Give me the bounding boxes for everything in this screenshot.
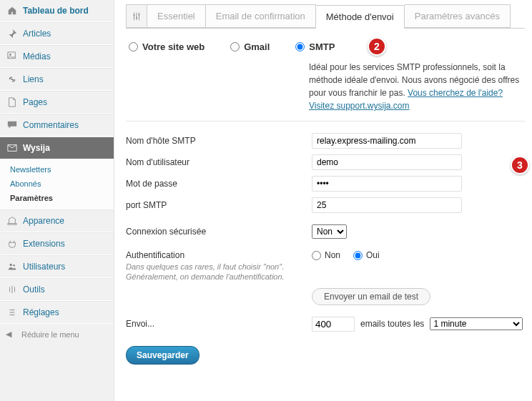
method-smtp-radio[interactable] bbox=[295, 42, 305, 51]
comment-icon bbox=[6, 119, 19, 131]
port-label: port SMTP bbox=[126, 200, 312, 210]
user-input[interactable] bbox=[312, 154, 462, 170]
menu-extensions[interactable]: Extensions bbox=[0, 232, 114, 255]
send-label: Envoi... bbox=[126, 319, 312, 329]
svg-point-2 bbox=[13, 264, 15, 267]
tab-email-confirmation[interactable]: Email de confirmation bbox=[206, 4, 316, 28]
separator bbox=[126, 121, 525, 122]
svg-rect-6 bbox=[134, 14, 135, 16]
menu-outils[interactable]: Outils bbox=[0, 278, 114, 301]
auth-yes-option[interactable]: Oui bbox=[353, 250, 380, 260]
menu-articles[interactable]: Articles bbox=[0, 22, 114, 45]
submenu-wysija: Newsletters Abonnés Paramètres bbox=[0, 159, 114, 209]
tab-essentiel[interactable]: Essentiel bbox=[147, 4, 206, 28]
home-icon bbox=[6, 5, 19, 16]
admin-sidebar: Tableau de bord Articles Médias Liens Pa… bbox=[0, 0, 114, 401]
tab-sliders-icon[interactable] bbox=[126, 4, 147, 28]
svg-point-5 bbox=[12, 315, 14, 316]
send-mid-text: emails toutes les bbox=[360, 319, 424, 329]
svg-rect-8 bbox=[139, 14, 140, 15]
svg-point-3 bbox=[12, 310, 14, 311]
tab-methode-envoi[interactable]: Méthode d'envoi bbox=[316, 5, 405, 29]
send-interval-select[interactable]: 1 minute bbox=[430, 317, 523, 330]
pass-label: Mot de passe bbox=[126, 179, 312, 189]
menu-apparence[interactable]: Apparence bbox=[0, 209, 114, 232]
plugin-icon bbox=[6, 238, 19, 249]
settings-icon bbox=[6, 307, 19, 318]
tools-icon bbox=[6, 284, 19, 295]
collapse-icon: ◀ bbox=[6, 330, 19, 339]
method-choice-row: Votre site web Gmail SMTP bbox=[126, 29, 525, 61]
secure-select[interactable]: Non bbox=[312, 224, 347, 239]
secure-label: Connexion sécurisée bbox=[126, 227, 312, 237]
menu-pages[interactable]: Pages bbox=[0, 91, 114, 114]
menu-medias[interactable]: Médias bbox=[0, 45, 114, 68]
badge-2: 2 bbox=[368, 37, 386, 56]
badge-3: 3 bbox=[511, 156, 529, 174]
auth-no-option[interactable]: Non bbox=[312, 250, 340, 260]
auth-label: AuthentificationDans quelques cas rares,… bbox=[126, 250, 312, 282]
collapse-menu[interactable]: ◀Réduire le menu bbox=[0, 324, 114, 345]
tab-parametres-avances[interactable]: Paramètres avancés bbox=[405, 4, 511, 28]
pin-icon bbox=[6, 28, 19, 39]
menu-commentaires[interactable]: Commentaires bbox=[0, 114, 114, 137]
submenu-parametres[interactable]: Paramètres bbox=[0, 191, 114, 205]
method-description: Idéal pour les services SMTP professionn… bbox=[309, 61, 525, 112]
auth-hint: Dans quelques cas rares, il faut choisir… bbox=[126, 262, 312, 282]
test-email-button[interactable]: Envoyer un email de test bbox=[312, 288, 430, 305]
page-icon bbox=[6, 96, 19, 108]
method-smtp[interactable]: SMTP bbox=[295, 41, 335, 52]
auth-yes-radio[interactable] bbox=[353, 251, 363, 260]
link-icon bbox=[6, 74, 19, 85]
submenu-abonnes[interactable]: Abonnés bbox=[0, 177, 114, 191]
menu-reglages[interactable]: Réglages bbox=[0, 301, 114, 324]
appearance-icon bbox=[6, 215, 19, 227]
tabs-row: Essentiel Email de confirmation Méthode … bbox=[126, 4, 525, 29]
users-icon bbox=[6, 261, 19, 272]
svg-point-0 bbox=[9, 54, 11, 56]
auth-radio-group: Non Oui bbox=[312, 250, 380, 260]
menu-utilisateurs[interactable]: Utilisateurs bbox=[0, 255, 114, 278]
method-web[interactable]: Votre site web bbox=[129, 41, 205, 52]
svg-point-4 bbox=[11, 312, 12, 313]
host-label: Nom d'hôte SMTP bbox=[126, 136, 312, 146]
port-input[interactable] bbox=[312, 197, 462, 213]
host-input[interactable] bbox=[312, 133, 462, 149]
svg-rect-7 bbox=[136, 16, 137, 18]
svg-point-1 bbox=[10, 264, 13, 267]
submenu-newsletters[interactable]: Newsletters bbox=[0, 162, 114, 177]
menu-liens[interactable]: Liens bbox=[0, 68, 114, 91]
menu-wysija[interactable]: Wysija bbox=[0, 137, 114, 159]
send-count-input[interactable] bbox=[312, 317, 355, 332]
auth-no-radio[interactable] bbox=[312, 251, 321, 260]
mail-icon bbox=[6, 142, 19, 154]
method-gmail[interactable]: Gmail bbox=[230, 41, 270, 52]
user-label: Nom d'utilisateur bbox=[126, 157, 312, 167]
media-icon bbox=[6, 51, 19, 62]
main-content: Essentiel Email de confirmation Méthode … bbox=[114, 0, 532, 401]
method-web-radio[interactable] bbox=[129, 42, 138, 51]
save-button[interactable]: Sauvegarder bbox=[126, 346, 200, 365]
method-gmail-radio[interactable] bbox=[230, 42, 240, 51]
pass-input[interactable] bbox=[312, 176, 462, 192]
menu-dashboard[interactable]: Tableau de bord bbox=[0, 0, 114, 22]
